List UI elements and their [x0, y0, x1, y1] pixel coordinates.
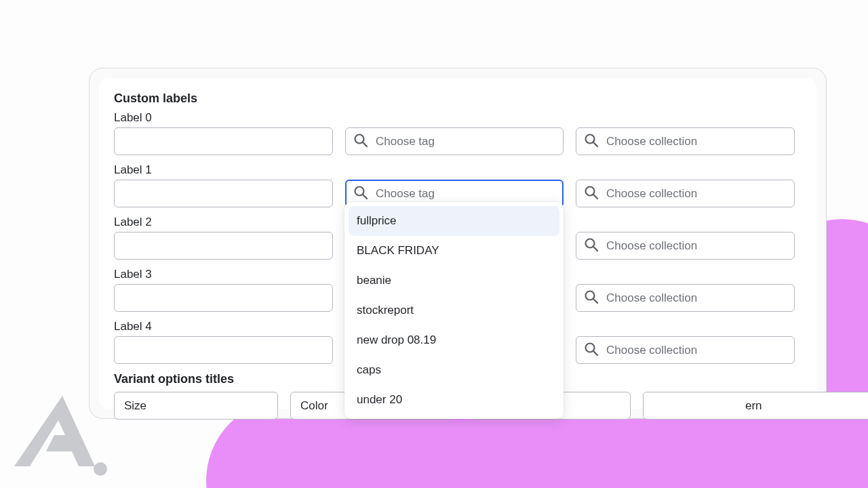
tag-option[interactable]: BLACK FRIDAY: [349, 236, 559, 266]
label-name: Label 1: [114, 163, 333, 177]
label-4-collection-input[interactable]: [576, 336, 795, 364]
tag-option[interactable]: new drop 08.19: [349, 325, 559, 355]
tag-option[interactable]: under 20: [349, 385, 559, 415]
tag-option[interactable]: caps: [349, 355, 559, 385]
svg-point-0: [94, 462, 107, 476]
label-row: Label 0: [114, 111, 795, 155]
variant-option-0-input[interactable]: [114, 392, 278, 420]
settings-panel: Custom labels Label 0 L: [89, 68, 827, 419]
variant-option-3-input[interactable]: [643, 392, 868, 420]
label-name: Label 2: [114, 216, 333, 229]
label-0-tag-input[interactable]: [345, 127, 564, 155]
tag-dropdown: fullprice BLACK FRIDAY beanie stockrepor…: [344, 202, 564, 419]
tag-option[interactable]: fullprice: [349, 206, 559, 236]
label-4-input[interactable]: [114, 336, 333, 364]
label-2-collection-input[interactable]: [576, 232, 795, 260]
tag-option[interactable]: stockreport: [349, 296, 559, 325]
label-name: Label 0: [114, 111, 333, 125]
label-0-collection-input[interactable]: [576, 127, 795, 155]
tag-option[interactable]: beanie: [349, 266, 559, 296]
settings-card: Custom labels Label 0 L: [99, 78, 816, 409]
label-3-input[interactable]: [114, 284, 333, 312]
label-0-input[interactable]: [114, 127, 333, 155]
label-name: Label 4: [114, 320, 333, 333]
label-1-input[interactable]: [114, 180, 333, 207]
label-3-collection-input[interactable]: [576, 284, 795, 312]
custom-labels-heading: Custom labels: [114, 92, 795, 106]
label-name: Label 3: [114, 268, 333, 281]
brand-logo: [14, 390, 108, 481]
label-2-input[interactable]: [114, 232, 333, 260]
label-1-collection-input[interactable]: [576, 180, 795, 207]
label-row: Label 1: [114, 163, 795, 207]
